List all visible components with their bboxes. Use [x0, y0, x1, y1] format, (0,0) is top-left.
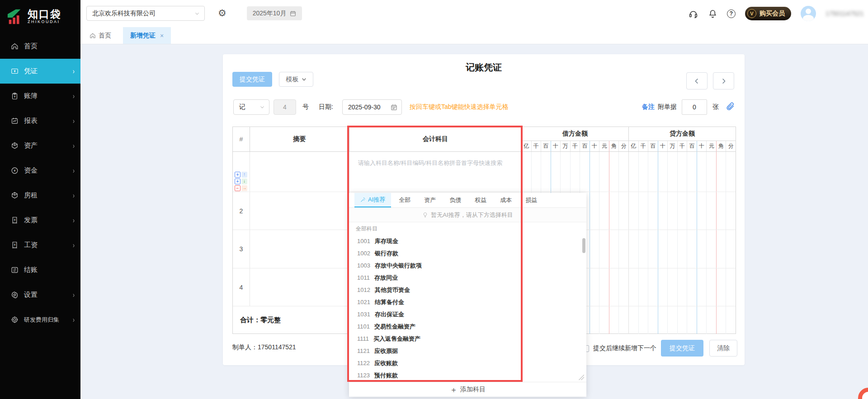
account-tab-ai[interactable]: AI推荐: [354, 193, 391, 207]
amount-cell[interactable]: [522, 152, 532, 192]
account-cell[interactable]: 请输入科目名称/科目编码/科目名称拼音首字母快速搜索: [349, 152, 522, 192]
account-tab-权益[interactable]: 权益: [469, 193, 492, 207]
amount-cell[interactable]: [726, 152, 736, 192]
tab-home[interactable]: 首页: [82, 27, 118, 44]
amount-cell[interactable]: [726, 230, 736, 268]
amount-cell[interactable]: [590, 268, 600, 306]
account-option-1002[interactable]: 1002银行存款: [349, 247, 586, 259]
amount-cell[interactable]: [658, 268, 668, 306]
amount-cell[interactable]: [658, 230, 668, 268]
amount-cell[interactable]: [619, 152, 628, 192]
amount-cell[interactable]: [561, 152, 571, 192]
account-option-1021[interactable]: 1021结算备付金: [349, 296, 586, 308]
amount-cell[interactable]: [599, 152, 609, 192]
amount-cell[interactable]: [639, 192, 649, 230]
amount-cell[interactable]: [639, 268, 649, 306]
amount-cell[interactable]: [717, 192, 726, 230]
amount-cell[interactable]: [590, 152, 600, 192]
amount-cell[interactable]: [639, 230, 649, 268]
sidebar-item-invoice[interactable]: ¥发票›: [0, 208, 80, 233]
period-selector[interactable]: 2025年10月: [247, 6, 302, 20]
amount-cell[interactable]: [619, 306, 628, 334]
amount-cell[interactable]: [678, 230, 688, 268]
resize-grip-icon[interactable]: [577, 373, 585, 380]
amount-cell[interactable]: [599, 268, 609, 306]
amount-cell[interactable]: [678, 306, 688, 334]
account-option-1011[interactable]: 1011存放同业: [349, 272, 586, 284]
amount-cell[interactable]: [599, 230, 609, 268]
account-option-1003[interactable]: 1003存放中央银行款项: [349, 259, 586, 272]
amount-cell[interactable]: [648, 192, 658, 230]
delete-row-button[interactable]: −: [235, 185, 241, 191]
dropdown-scrollbar[interactable]: [582, 238, 585, 253]
amount-cell[interactable]: [629, 306, 639, 334]
amount-cell[interactable]: [668, 306, 678, 334]
next-voucher-button[interactable]: [713, 72, 734, 89]
amount-cell[interactable]: [648, 152, 658, 192]
account-option-1031[interactable]: 1031存出保证金: [349, 308, 586, 320]
amount-cell[interactable]: [717, 152, 726, 192]
sidebar-item-ledger[interactable]: ¥账簿›: [0, 84, 80, 108]
sidebar-item-rent[interactable]: 房租›: [0, 183, 80, 208]
amount-cell[interactable]: [532, 152, 542, 192]
amount-cell[interactable]: [717, 306, 726, 334]
amount-cell[interactable]: [658, 192, 668, 230]
amount-cell[interactable]: [687, 230, 697, 268]
amount-cell[interactable]: [687, 152, 697, 192]
account-option-1101[interactable]: 1101交易性金融资产: [349, 320, 586, 333]
amount-cell[interactable]: [590, 192, 600, 230]
amount-cell[interactable]: [629, 152, 639, 192]
amount-cell[interactable]: [717, 230, 726, 268]
amount-cell[interactable]: [687, 268, 697, 306]
floating-widget[interactable]: [858, 388, 868, 399]
account-tab-全部[interactable]: 全部: [393, 193, 416, 207]
account-option-1123[interactable]: 1123预付账款: [349, 369, 586, 381]
amount-cell[interactable]: [726, 268, 736, 306]
account-option-1121[interactable]: 1121应收票据: [349, 345, 586, 357]
sidebar-item-rd[interactable]: 研发费用归集›: [0, 307, 80, 332]
prev-voucher-button[interactable]: [686, 72, 708, 89]
paperclip-icon[interactable]: [726, 102, 735, 112]
amount-cell[interactable]: [668, 268, 678, 306]
summary-cell[interactable]: [250, 192, 349, 230]
account-option-1001[interactable]: 1001库存现金: [349, 235, 586, 247]
amount-cell[interactable]: [639, 152, 649, 192]
amount-cell[interactable]: [648, 268, 658, 306]
company-select[interactable]: 北京欢乐科技有限公司: [86, 6, 205, 21]
close-tab-icon[interactable]: ×: [160, 32, 164, 39]
amount-cell[interactable]: [590, 306, 600, 334]
amount-cell[interactable]: [687, 192, 697, 230]
amount-cell[interactable]: [648, 230, 658, 268]
help-question-icon[interactable]: ?: [727, 9, 736, 18]
date-input[interactable]: 2025-09-30: [342, 99, 402, 115]
attachment-count-input[interactable]: 0: [682, 99, 707, 115]
gear-icon[interactable]: ⚙: [218, 8, 226, 19]
account-tab-资产[interactable]: 资产: [418, 193, 442, 207]
amount-cell[interactable]: [609, 152, 619, 192]
amount-cell[interactable]: [580, 152, 590, 192]
amount-cell[interactable]: [609, 306, 619, 334]
amount-cell[interactable]: [599, 192, 609, 230]
amount-cell[interactable]: [707, 192, 717, 230]
amount-cell[interactable]: [726, 192, 736, 230]
amount-cell[interactable]: [697, 230, 707, 268]
insert-row-below-button[interactable]: +: [235, 178, 241, 184]
account-option-1012[interactable]: 1012其他货币资金: [349, 284, 586, 296]
sidebar-item-funds[interactable]: ¥资金›: [0, 158, 80, 183]
amount-cell[interactable]: [648, 306, 658, 334]
amount-cell[interactable]: [697, 192, 707, 230]
account-tab-负债[interactable]: 负债: [443, 193, 467, 207]
amount-cell[interactable]: [687, 306, 697, 334]
amount-cell[interactable]: [678, 152, 688, 192]
amount-cell[interactable]: [590, 230, 600, 268]
voucher-number-input[interactable]: 4: [274, 99, 296, 115]
amount-cell[interactable]: [619, 268, 628, 306]
amount-cell[interactable]: [697, 306, 707, 334]
sidebar-item-home[interactable]: 首页: [0, 34, 80, 59]
sidebar-item-settings[interactable]: 设置›: [0, 282, 80, 307]
amount-cell[interactable]: [571, 152, 580, 192]
amount-cell[interactable]: [707, 268, 717, 306]
amount-cell[interactable]: [629, 192, 639, 230]
voucher-word-select[interactable]: 记: [233, 99, 269, 115]
summary-cell[interactable]: [250, 152, 349, 192]
